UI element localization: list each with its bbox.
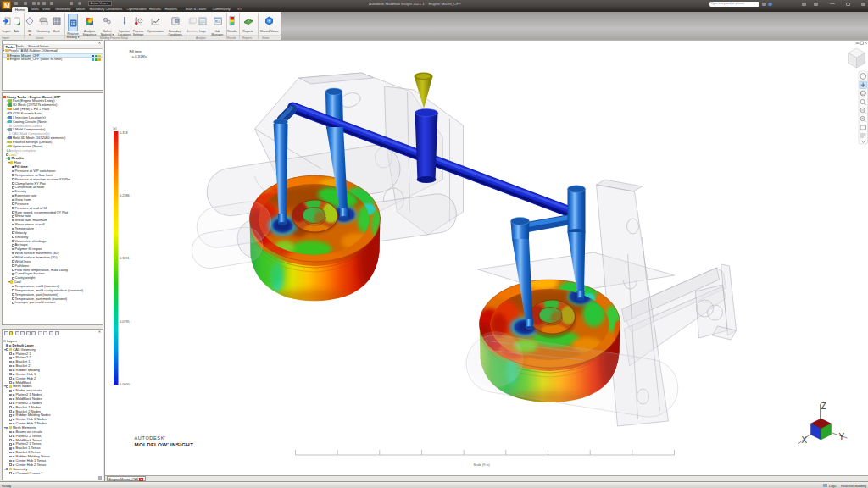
svg-text:Fill time: Fill time bbox=[129, 49, 142, 53]
svg-text:= 0.318[s]: = 0.318[s] bbox=[131, 54, 147, 58]
svg-text:0.0000: 0.0000 bbox=[120, 383, 130, 386]
svg-text:Scale (9 in): Scale (9 in) bbox=[473, 463, 490, 467]
svg-text:X: X bbox=[801, 435, 807, 445]
svg-text:0.318: 0.318 bbox=[120, 131, 128, 135]
svg-text:Y: Y bbox=[838, 432, 844, 441]
svg-text:Z: Z bbox=[821, 402, 826, 411]
svg-text:AUTODESK’: AUTODESK’ bbox=[134, 435, 165, 441]
svg-text:0.2386: 0.2386 bbox=[120, 194, 130, 197]
svg-text:[s]: [s] bbox=[113, 127, 116, 130]
svg-text:0.0795: 0.0795 bbox=[120, 320, 130, 324]
svg-text:MOLDFLOW’ INSIGHT: MOLDFLOW’ INSIGHT bbox=[134, 441, 193, 447]
svg-text:0.1591: 0.1591 bbox=[120, 257, 130, 260]
